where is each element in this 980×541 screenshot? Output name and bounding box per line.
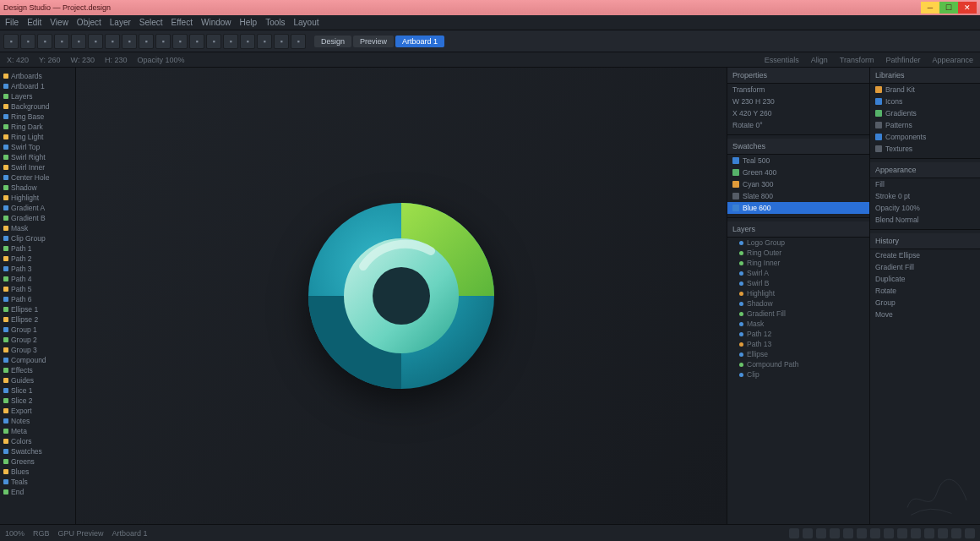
explorer-item[interactable]: Compound xyxy=(2,355,74,365)
property-row[interactable]: Transform xyxy=(727,84,869,96)
library-row[interactable]: Gradients xyxy=(870,107,980,119)
layer-row[interactable]: Logo Group xyxy=(727,238,869,248)
swatch-row[interactable]: Teal 500 xyxy=(727,155,869,167)
ctx-field[interactable]: Opacity 100% xyxy=(137,56,184,64)
pen-icon[interactable]: ▪ xyxy=(291,34,306,49)
explorer-panel[interactable]: ArtboardsArtboard 1LayersBackgroundRing … xyxy=(0,68,76,524)
layer-row[interactable]: Ring Outer xyxy=(727,248,869,258)
appearance-row[interactable]: Fill xyxy=(870,178,980,190)
explorer-item[interactable]: Path 1 xyxy=(2,243,74,254)
swatch-row[interactable]: Cyan 300 xyxy=(727,178,869,190)
zoom-icon[interactable]: ▪ xyxy=(223,34,238,49)
menu-tools[interactable]: Tools xyxy=(265,18,285,27)
layer-row[interactable]: Swirl B xyxy=(727,278,869,288)
history-row[interactable]: Gradient Fill xyxy=(870,261,980,273)
undo-icon[interactable]: ▪ xyxy=(54,34,69,49)
properties-panel[interactable]: Properties TransformW 230 H 230X 420 Y 2… xyxy=(727,68,870,524)
text-icon[interactable]: ▪ xyxy=(257,34,272,49)
library-row[interactable]: Patterns xyxy=(870,119,980,131)
explorer-item[interactable]: Path 6 xyxy=(2,294,74,304)
window-maximize-button[interactable]: ☐ xyxy=(939,2,958,14)
status-icon[interactable] xyxy=(965,528,975,538)
menu-file[interactable]: File xyxy=(5,18,19,27)
explorer-item[interactable]: Ring Dark xyxy=(2,122,74,132)
history-row[interactable]: Create Ellipse xyxy=(870,249,980,261)
history-row[interactable]: Duplicate xyxy=(870,273,980,285)
status-icon[interactable] xyxy=(816,528,826,538)
explorer-item[interactable]: Guides xyxy=(2,375,74,385)
history-row[interactable]: Move xyxy=(870,309,980,320)
explorer-item[interactable]: Slice 2 xyxy=(2,396,74,406)
status-field[interactable]: GPU Preview xyxy=(58,529,104,538)
explorer-item[interactable]: Path 5 xyxy=(2,284,74,294)
menu-help[interactable]: Help xyxy=(240,18,258,27)
explorer-item[interactable]: Colors xyxy=(2,436,74,446)
ctx-link-appearance[interactable]: Appearance xyxy=(932,56,973,64)
layer-row[interactable]: Highlight xyxy=(727,288,869,298)
layer-row[interactable]: Path 12 xyxy=(727,329,869,339)
status-field[interactable]: Artboard 1 xyxy=(112,529,148,538)
menu-edit[interactable]: Edit xyxy=(27,18,41,27)
explorer-item[interactable]: Clip Group xyxy=(2,233,74,243)
status-icon[interactable] xyxy=(803,528,813,538)
status-icon[interactable] xyxy=(951,528,961,538)
explorer-item[interactable]: Blues xyxy=(2,467,74,477)
redo-icon[interactable]: ▪ xyxy=(71,34,86,49)
explorer-item[interactable]: End xyxy=(2,487,74,497)
history-row[interactable]: Rotate xyxy=(870,285,980,297)
ctx-field[interactable]: X: 420 xyxy=(7,56,29,64)
explorer-item[interactable]: Greens xyxy=(2,456,74,467)
explorer-item[interactable]: Center Hole xyxy=(2,172,74,183)
status-field[interactable]: 100% xyxy=(5,529,24,538)
layer-row[interactable]: Path 13 xyxy=(727,339,869,349)
window-minimize-button[interactable]: ─ xyxy=(921,2,939,14)
explorer-item[interactable]: Path 3 xyxy=(2,264,74,274)
explorer-item[interactable]: Teals xyxy=(2,477,74,487)
property-row[interactable]: X 420 Y 260 xyxy=(727,107,869,119)
tab-design[interactable]: Design xyxy=(314,36,351,47)
paste-icon[interactable]: ▪ xyxy=(122,34,137,49)
explorer-item[interactable]: Group 1 xyxy=(2,325,74,335)
explorer-item[interactable]: Artboard 1 xyxy=(2,81,74,91)
status-icon[interactable] xyxy=(857,528,867,538)
swatch-row[interactable]: Slate 800 xyxy=(727,190,869,202)
ctx-link-pathfinder[interactable]: Pathfinder xyxy=(885,56,920,64)
new-icon[interactable]: ▪ xyxy=(3,34,19,49)
cut-icon[interactable]: ▪ xyxy=(88,34,103,49)
library-row[interactable]: Brand Kit xyxy=(870,84,980,96)
explorer-item[interactable]: Path 4 xyxy=(2,274,74,284)
ctx-link-align[interactable]: Align xyxy=(811,56,828,64)
explorer-item[interactable]: Group 2 xyxy=(2,335,74,345)
explorer-item[interactable]: Swirl Top xyxy=(2,142,74,152)
explorer-item[interactable]: Effects xyxy=(2,365,74,375)
menu-layer[interactable]: Layer xyxy=(110,18,131,27)
status-icon[interactable] xyxy=(897,528,907,538)
status-icon[interactable] xyxy=(884,528,894,538)
ctx-field[interactable]: W: 230 xyxy=(71,56,95,64)
layer-row[interactable]: Gradient Fill xyxy=(727,309,869,319)
explorer-item[interactable]: Notes xyxy=(2,416,74,426)
library-row[interactable]: Textures xyxy=(870,143,980,155)
copy-icon[interactable]: ▪ xyxy=(105,34,120,49)
align-l-icon[interactable]: ▪ xyxy=(139,34,154,49)
layer-row[interactable]: Swirl A xyxy=(727,268,869,278)
status-icon[interactable] xyxy=(911,528,921,538)
logo-artwork[interactable] xyxy=(304,199,498,393)
layer-row[interactable]: Ellipse xyxy=(727,349,869,359)
explorer-item[interactable]: Shadow xyxy=(2,183,74,193)
ctx-link-essentials[interactable]: Essentials xyxy=(765,56,799,64)
window-close-button[interactable]: ✕ xyxy=(958,2,977,14)
menu-view[interactable]: View xyxy=(50,18,68,27)
swatch-row[interactable]: Green 400 xyxy=(727,167,869,178)
align-r-icon[interactable]: ▪ xyxy=(172,34,188,49)
open-icon[interactable]: ▪ xyxy=(20,34,35,49)
explorer-item[interactable]: Ring Base xyxy=(2,112,74,122)
explorer-item[interactable]: Slice 1 xyxy=(2,385,74,396)
swatch-row[interactable]: Blue 600 xyxy=(727,202,869,214)
layer-row[interactable]: Ring Inner xyxy=(727,258,869,268)
explorer-item[interactable]: Meta xyxy=(2,426,74,436)
explorer-item[interactable]: Ring Light xyxy=(2,132,74,142)
explorer-item[interactable]: Background xyxy=(2,101,74,112)
layer-row[interactable]: Compound Path xyxy=(727,359,869,369)
libraries-panel[interactable]: Libraries Brand KitIconsGradientsPattern… xyxy=(870,68,980,524)
